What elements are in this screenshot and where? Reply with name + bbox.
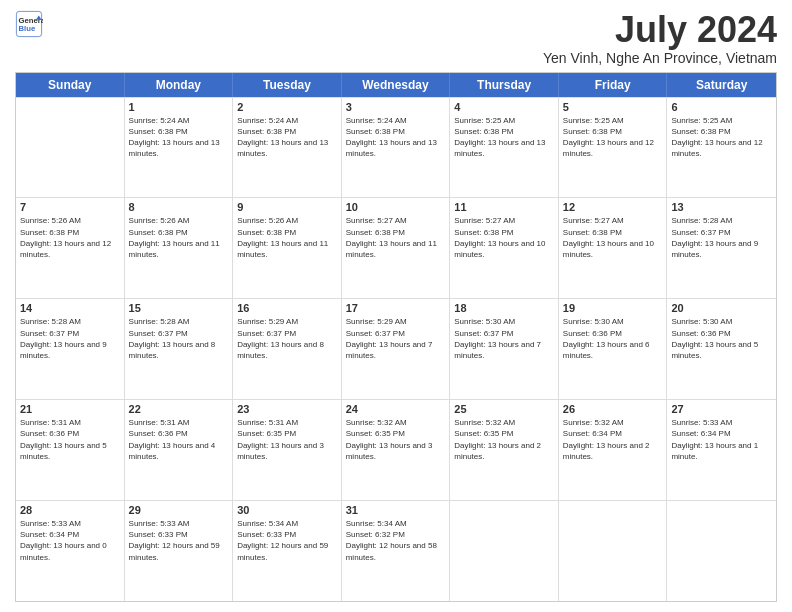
cell-info: Sunrise: 5:30 AMSunset: 6:36 PMDaylight:… xyxy=(671,316,772,361)
day-number: 15 xyxy=(129,302,229,314)
cell-info: Sunrise: 5:27 AMSunset: 6:38 PMDaylight:… xyxy=(346,215,446,260)
day-header-saturday: Saturday xyxy=(667,73,776,97)
day-number: 26 xyxy=(563,403,663,415)
cell-info: Sunrise: 5:30 AMSunset: 6:37 PMDaylight:… xyxy=(454,316,554,361)
day-number: 20 xyxy=(671,302,772,314)
cal-cell: 5Sunrise: 5:25 AMSunset: 6:38 PMDaylight… xyxy=(559,98,668,198)
cell-info: Sunrise: 5:24 AMSunset: 6:38 PMDaylight:… xyxy=(129,115,229,160)
subtitle: Yen Vinh, Nghe An Province, Vietnam xyxy=(543,50,777,66)
day-number: 7 xyxy=(20,201,120,213)
cal-cell: 18Sunrise: 5:30 AMSunset: 6:37 PMDayligh… xyxy=(450,299,559,399)
cal-cell: 4Sunrise: 5:25 AMSunset: 6:38 PMDaylight… xyxy=(450,98,559,198)
cell-info: Sunrise: 5:30 AMSunset: 6:36 PMDaylight:… xyxy=(563,316,663,361)
cell-info: Sunrise: 5:32 AMSunset: 6:35 PMDaylight:… xyxy=(346,417,446,462)
cell-info: Sunrise: 5:31 AMSunset: 6:36 PMDaylight:… xyxy=(129,417,229,462)
cal-cell: 9Sunrise: 5:26 AMSunset: 6:38 PMDaylight… xyxy=(233,198,342,298)
week-row-3: 14Sunrise: 5:28 AMSunset: 6:37 PMDayligh… xyxy=(16,298,776,399)
cal-cell: 29Sunrise: 5:33 AMSunset: 6:33 PMDayligh… xyxy=(125,501,234,601)
day-number: 4 xyxy=(454,101,554,113)
cal-cell: 21Sunrise: 5:31 AMSunset: 6:36 PMDayligh… xyxy=(16,400,125,500)
calendar-header: SundayMondayTuesdayWednesdayThursdayFrid… xyxy=(16,73,776,97)
day-header-tuesday: Tuesday xyxy=(233,73,342,97)
cell-info: Sunrise: 5:33 AMSunset: 6:34 PMDaylight:… xyxy=(20,518,120,563)
cell-info: Sunrise: 5:27 AMSunset: 6:38 PMDaylight:… xyxy=(454,215,554,260)
cal-cell: 6Sunrise: 5:25 AMSunset: 6:38 PMDaylight… xyxy=(667,98,776,198)
cell-info: Sunrise: 5:26 AMSunset: 6:38 PMDaylight:… xyxy=(129,215,229,260)
day-number: 10 xyxy=(346,201,446,213)
cal-cell: 31Sunrise: 5:34 AMSunset: 6:32 PMDayligh… xyxy=(342,501,451,601)
cal-cell: 12Sunrise: 5:27 AMSunset: 6:38 PMDayligh… xyxy=(559,198,668,298)
day-number: 29 xyxy=(129,504,229,516)
day-number: 31 xyxy=(346,504,446,516)
day-number: 6 xyxy=(671,101,772,113)
cell-info: Sunrise: 5:28 AMSunset: 6:37 PMDaylight:… xyxy=(20,316,120,361)
cal-cell: 11Sunrise: 5:27 AMSunset: 6:38 PMDayligh… xyxy=(450,198,559,298)
cell-info: Sunrise: 5:25 AMSunset: 6:38 PMDaylight:… xyxy=(671,115,772,160)
cal-cell: 30Sunrise: 5:34 AMSunset: 6:33 PMDayligh… xyxy=(233,501,342,601)
day-header-wednesday: Wednesday xyxy=(342,73,451,97)
cell-info: Sunrise: 5:34 AMSunset: 6:33 PMDaylight:… xyxy=(237,518,337,563)
logo: General Blue xyxy=(15,10,43,38)
cal-cell: 23Sunrise: 5:31 AMSunset: 6:35 PMDayligh… xyxy=(233,400,342,500)
day-number: 23 xyxy=(237,403,337,415)
cal-cell: 26Sunrise: 5:32 AMSunset: 6:34 PMDayligh… xyxy=(559,400,668,500)
cell-info: Sunrise: 5:33 AMSunset: 6:34 PMDaylight:… xyxy=(671,417,772,462)
day-number: 19 xyxy=(563,302,663,314)
day-number: 30 xyxy=(237,504,337,516)
day-number: 12 xyxy=(563,201,663,213)
cal-cell xyxy=(559,501,668,601)
week-row-2: 7Sunrise: 5:26 AMSunset: 6:38 PMDaylight… xyxy=(16,197,776,298)
cal-cell: 15Sunrise: 5:28 AMSunset: 6:37 PMDayligh… xyxy=(125,299,234,399)
day-number: 13 xyxy=(671,201,772,213)
day-number: 27 xyxy=(671,403,772,415)
day-number: 14 xyxy=(20,302,120,314)
logo-icon: General Blue xyxy=(15,10,43,38)
cell-info: Sunrise: 5:24 AMSunset: 6:38 PMDaylight:… xyxy=(237,115,337,160)
cell-info: Sunrise: 5:27 AMSunset: 6:38 PMDaylight:… xyxy=(563,215,663,260)
day-number: 25 xyxy=(454,403,554,415)
day-number: 28 xyxy=(20,504,120,516)
day-number: 18 xyxy=(454,302,554,314)
cal-cell: 7Sunrise: 5:26 AMSunset: 6:38 PMDaylight… xyxy=(16,198,125,298)
cal-cell: 14Sunrise: 5:28 AMSunset: 6:37 PMDayligh… xyxy=(16,299,125,399)
main-title: July 2024 xyxy=(543,10,777,50)
cal-cell: 27Sunrise: 5:33 AMSunset: 6:34 PMDayligh… xyxy=(667,400,776,500)
day-header-sunday: Sunday xyxy=(16,73,125,97)
page: General Blue July 2024 Yen Vinh, Nghe An… xyxy=(0,0,792,612)
cell-info: Sunrise: 5:29 AMSunset: 6:37 PMDaylight:… xyxy=(237,316,337,361)
cal-cell: 28Sunrise: 5:33 AMSunset: 6:34 PMDayligh… xyxy=(16,501,125,601)
cal-cell: 1Sunrise: 5:24 AMSunset: 6:38 PMDaylight… xyxy=(125,98,234,198)
calendar: SundayMondayTuesdayWednesdayThursdayFrid… xyxy=(15,72,777,602)
day-number: 1 xyxy=(129,101,229,113)
cell-info: Sunrise: 5:26 AMSunset: 6:38 PMDaylight:… xyxy=(237,215,337,260)
week-row-1: 1Sunrise: 5:24 AMSunset: 6:38 PMDaylight… xyxy=(16,97,776,198)
cal-cell: 3Sunrise: 5:24 AMSunset: 6:38 PMDaylight… xyxy=(342,98,451,198)
cal-cell: 25Sunrise: 5:32 AMSunset: 6:35 PMDayligh… xyxy=(450,400,559,500)
header: General Blue July 2024 Yen Vinh, Nghe An… xyxy=(15,10,777,66)
day-number: 2 xyxy=(237,101,337,113)
cal-cell: 16Sunrise: 5:29 AMSunset: 6:37 PMDayligh… xyxy=(233,299,342,399)
cell-info: Sunrise: 5:33 AMSunset: 6:33 PMDaylight:… xyxy=(129,518,229,563)
day-number: 9 xyxy=(237,201,337,213)
cell-info: Sunrise: 5:25 AMSunset: 6:38 PMDaylight:… xyxy=(563,115,663,160)
cell-info: Sunrise: 5:25 AMSunset: 6:38 PMDaylight:… xyxy=(454,115,554,160)
cal-cell: 2Sunrise: 5:24 AMSunset: 6:38 PMDaylight… xyxy=(233,98,342,198)
cal-cell: 13Sunrise: 5:28 AMSunset: 6:37 PMDayligh… xyxy=(667,198,776,298)
week-row-4: 21Sunrise: 5:31 AMSunset: 6:36 PMDayligh… xyxy=(16,399,776,500)
week-row-5: 28Sunrise: 5:33 AMSunset: 6:34 PMDayligh… xyxy=(16,500,776,601)
cell-info: Sunrise: 5:34 AMSunset: 6:32 PMDaylight:… xyxy=(346,518,446,563)
cal-cell: 22Sunrise: 5:31 AMSunset: 6:36 PMDayligh… xyxy=(125,400,234,500)
cal-cell xyxy=(16,98,125,198)
cal-cell: 19Sunrise: 5:30 AMSunset: 6:36 PMDayligh… xyxy=(559,299,668,399)
title-block: July 2024 Yen Vinh, Nghe An Province, Vi… xyxy=(543,10,777,66)
day-number: 16 xyxy=(237,302,337,314)
cell-info: Sunrise: 5:28 AMSunset: 6:37 PMDaylight:… xyxy=(129,316,229,361)
day-number: 21 xyxy=(20,403,120,415)
cell-info: Sunrise: 5:26 AMSunset: 6:38 PMDaylight:… xyxy=(20,215,120,260)
day-header-friday: Friday xyxy=(559,73,668,97)
cal-cell: 8Sunrise: 5:26 AMSunset: 6:38 PMDaylight… xyxy=(125,198,234,298)
cal-cell: 10Sunrise: 5:27 AMSunset: 6:38 PMDayligh… xyxy=(342,198,451,298)
cell-info: Sunrise: 5:28 AMSunset: 6:37 PMDaylight:… xyxy=(671,215,772,260)
day-number: 3 xyxy=(346,101,446,113)
svg-text:Blue: Blue xyxy=(19,24,36,33)
